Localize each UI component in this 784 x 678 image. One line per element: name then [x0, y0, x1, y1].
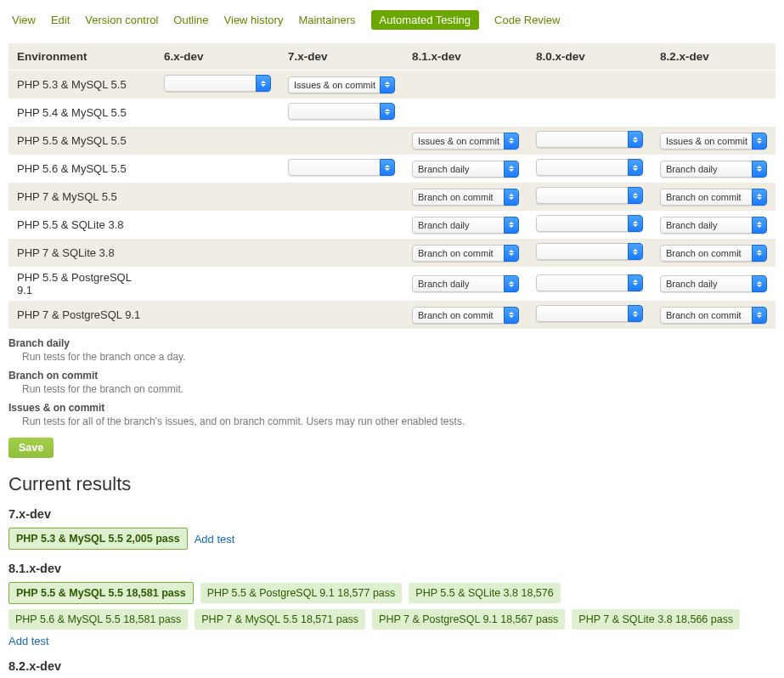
result-pill[interactable]: PHP 5.6 & MySQL 5.5 18,581 pass: [8, 609, 188, 630]
chevron-updown-icon: [256, 75, 271, 92]
schedule-select[interactable]: [536, 187, 643, 204]
tab-view-history[interactable]: View history: [224, 14, 284, 26]
schedule-select[interactable]: Branch on commit: [412, 189, 519, 206]
chevron-updown-icon: [752, 307, 767, 324]
schedule-select[interactable]: Issues & on commit: [412, 133, 519, 150]
add-test-link[interactable]: Add test: [8, 635, 49, 647]
add-test-link[interactable]: Add test: [195, 533, 235, 545]
table-row: PHP 5.4 & MySQL 5.5: [8, 99, 776, 127]
environment-name: PHP 5.3 & MySQL 5.5: [8, 71, 155, 99]
chevron-updown-icon: [504, 275, 519, 292]
result-pill[interactable]: PHP 7 & MySQL 5.5 18,571 pass: [195, 609, 365, 630]
schedule-select[interactable]: [536, 131, 643, 148]
schedule-select[interactable]: Branch on commit: [412, 245, 519, 262]
result-pill[interactable]: PHP 5.3 & MySQL 5.5 2,005 pass: [8, 528, 188, 550]
branch-heading: 8.2.x-dev: [8, 659, 776, 673]
definition-desc: Run tests for the branch once a day.: [22, 351, 776, 363]
environment-name: PHP 7 & SQLite 3.8: [8, 239, 155, 267]
table-row: PHP 5.6 & MySQL 5.5Branch dailyBranch da…: [8, 155, 776, 183]
schedule-select[interactable]: [288, 159, 395, 176]
col-header: 6.x-dev: [155, 43, 279, 71]
schedule-select[interactable]: [536, 305, 643, 322]
chevron-updown-icon: [628, 215, 643, 232]
table-row: PHP 5.5 & MySQL 5.5Issues & on commitIss…: [8, 127, 776, 155]
schedule-select[interactable]: [164, 75, 271, 92]
result-pill[interactable]: PHP 5.5 & PostgreSQL 9.1 18,577 pass: [200, 583, 403, 603]
schedule-select[interactable]: Issues & on commit: [288, 76, 395, 93]
environment-name: PHP 5.5 & SQLite 3.8: [8, 211, 155, 239]
table-row: PHP 7 & SQLite 3.8Branch on commitBranch…: [8, 239, 776, 267]
result-pill[interactable]: PHP 5.5 & MySQL 5.5 18,581 pass: [8, 582, 194, 604]
save-button[interactable]: Save: [8, 438, 54, 458]
result-row: PHP 5.6 & MySQL 5.5 18,581 passPHP 7 & M…: [8, 609, 776, 630]
chevron-updown-icon: [628, 243, 643, 260]
tab-maintainers[interactable]: Maintainers: [298, 14, 355, 26]
results-heading: Current results: [8, 473, 776, 495]
tab-edit[interactable]: Edit: [51, 14, 70, 26]
tab-view[interactable]: View: [12, 14, 36, 26]
schedule-select[interactable]: Branch on commit: [660, 189, 767, 206]
chevron-updown-icon: [628, 131, 643, 148]
environment-name: PHP 5.5 & MySQL 5.5: [8, 127, 155, 155]
definition-desc: Run tests for all of the branch's issues…: [22, 415, 776, 427]
schedule-select[interactable]: [288, 103, 395, 120]
schedule-select[interactable]: Issues & on commit: [660, 133, 767, 150]
tab-version-control[interactable]: Version control: [85, 14, 158, 26]
primary-tabs: ViewEditVersion controlOutlineView histo…: [8, 7, 776, 38]
schedule-select[interactable]: Branch daily: [660, 275, 767, 292]
col-header: 8.0.x-dev: [527, 43, 651, 71]
chevron-updown-icon: [380, 159, 395, 176]
col-header: 7.x-dev: [279, 43, 403, 71]
schedule-select[interactable]: Branch on commit: [660, 307, 767, 324]
chevron-updown-icon: [380, 103, 395, 120]
chevron-updown-icon: [504, 307, 519, 324]
table-row: PHP 7 & MySQL 5.5Branch on commitBranch …: [8, 183, 776, 211]
schedule-select[interactable]: Branch daily: [412, 161, 519, 178]
definition-desc: Run tests for the branch on commit.: [22, 383, 776, 395]
schedule-select[interactable]: Branch daily: [412, 275, 519, 292]
col-header: Environment: [8, 43, 155, 71]
schedule-select[interactable]: [536, 274, 643, 291]
chevron-updown-icon: [504, 245, 519, 262]
schedule-select[interactable]: Branch on commit: [412, 307, 519, 324]
schedule-select[interactable]: Branch daily: [660, 217, 767, 234]
schedule-select[interactable]: [536, 215, 643, 232]
schedule-definitions: Branch dailyRun tests for the branch onc…: [8, 337, 776, 427]
schedule-select[interactable]: [536, 243, 643, 260]
result-pill[interactable]: PHP 7 & SQLite 3.8 18,566 pass: [572, 609, 740, 630]
schedule-select[interactable]: Branch daily: [412, 217, 519, 234]
chevron-updown-icon: [380, 76, 395, 93]
chevron-updown-icon: [752, 133, 767, 150]
definition-term: Branch daily: [8, 337, 776, 349]
chevron-updown-icon: [628, 274, 643, 291]
environment-name: PHP 7 & MySQL 5.5: [8, 183, 155, 211]
tab-outline[interactable]: Outline: [173, 14, 208, 26]
result-row: PHP 5.5 & MySQL 5.5 18,581 passPHP 5.5 &…: [8, 582, 776, 604]
chevron-updown-icon: [752, 275, 767, 292]
chevron-updown-icon: [628, 305, 643, 322]
tab-code-review[interactable]: Code Review: [494, 14, 560, 26]
chevron-updown-icon: [752, 217, 767, 234]
tab-automated-testing[interactable]: Automated Testing: [371, 10, 479, 30]
chevron-updown-icon: [752, 189, 767, 206]
result-pill[interactable]: PHP 7 & PostgreSQL 9.1 18,567 pass: [372, 609, 565, 630]
environment-table: Environment6.x-dev7.x-dev8.1.x-dev8.0.x-…: [8, 43, 776, 329]
table-row: PHP 7 & PostgreSQL 9.1Branch on commitBr…: [8, 301, 776, 329]
environment-name: PHP 5.4 & MySQL 5.5: [8, 99, 155, 127]
result-pill[interactable]: PHP 5.5 & SQLite 3.8 18,576: [409, 583, 560, 603]
chevron-updown-icon: [628, 159, 643, 176]
environment-name: PHP 7 & PostgreSQL 9.1: [8, 301, 155, 329]
col-header: 8.2.x-dev: [651, 43, 776, 71]
chevron-updown-icon: [504, 133, 519, 150]
result-row: PHP 5.3 & MySQL 5.5 2,005 passAdd test: [8, 528, 776, 550]
definition-term: Issues & on commit: [8, 402, 776, 414]
table-row: PHP 5.5 & PostgreSQL 9.1Branch dailyBran…: [8, 267, 776, 301]
schedule-select[interactable]: Branch on commit: [660, 245, 767, 262]
schedule-select[interactable]: [536, 159, 643, 176]
schedule-select[interactable]: Branch daily: [660, 161, 767, 178]
chevron-updown-icon: [504, 161, 519, 178]
chevron-updown-icon: [752, 161, 767, 178]
table-row: PHP 5.3 & MySQL 5.5Issues & on commit: [8, 71, 776, 99]
environment-name: PHP 5.5 & PostgreSQL 9.1: [8, 267, 155, 301]
chevron-updown-icon: [752, 245, 767, 262]
